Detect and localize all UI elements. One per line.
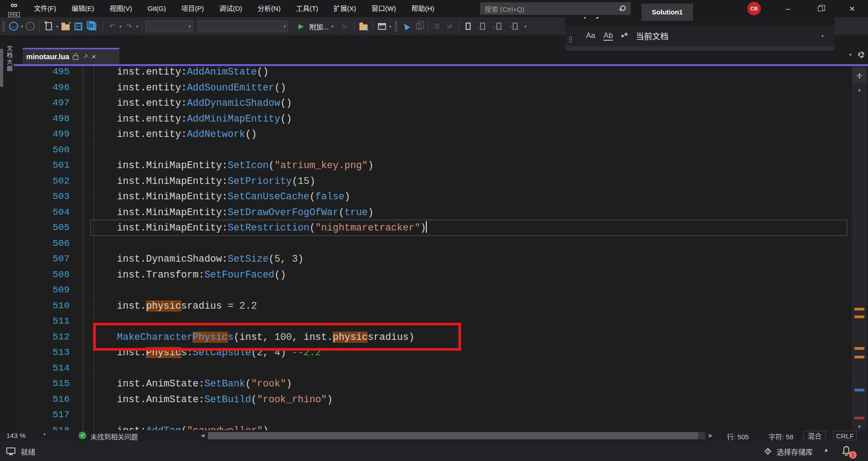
regex-toggle[interactable]: ▪* bbox=[621, 31, 628, 41]
code-line-498[interactable]: 498 inst.entity:AddMiniMapEntity() bbox=[14, 111, 852, 127]
split-editor-handle[interactable]: ▲ ▼ bbox=[853, 68, 866, 83]
attach-dropdown-icon[interactable]: ▾ bbox=[331, 24, 334, 29]
document-outline-vertical-tab[interactable]: 文档大纲 bbox=[3, 45, 14, 72]
solution-explorer-button[interactable]: ^ bbox=[376, 19, 388, 33]
code-line-496[interactable]: 496 inst.entity:AddSoundEmitter() bbox=[14, 80, 852, 96]
select-repository-button[interactable]: 选择存储库 bbox=[777, 446, 813, 457]
navigate-backward-button[interactable]: ← bbox=[8, 19, 19, 33]
code-line-501[interactable]: 501 inst.MiniMapEntity:SetIcon("atrium_k… bbox=[14, 158, 852, 174]
bookmarks-overflow-icon[interactable]: ▾ bbox=[524, 24, 527, 29]
zoom-level-value[interactable]: 143 % bbox=[6, 432, 26, 439]
tab-close-icon[interactable]: × bbox=[91, 53, 96, 61]
scope-dropdown-icon[interactable]: ▾ bbox=[821, 33, 824, 38]
open-documents-dropdown-icon[interactable]: ▾ bbox=[849, 52, 852, 58]
find-widget-resize-edge[interactable] bbox=[565, 46, 835, 51]
code-line-503[interactable]: 503 inst.MiniMapEntity:SetCanUseCache(fa… bbox=[14, 189, 852, 205]
code-line-497[interactable]: 497 inst.entity:AddDynamicShadow() bbox=[14, 95, 852, 111]
toggle-bookmark-button[interactable] bbox=[462, 19, 474, 33]
account-avatar[interactable]: CB bbox=[747, 2, 761, 15]
restore-button[interactable] bbox=[810, 0, 830, 17]
match-case-toggle[interactable]: Aa bbox=[586, 31, 595, 40]
scroll-left-icon[interactable]: ◀ bbox=[201, 433, 204, 438]
code-line-510[interactable]: 510 inst.physicsradius = 2.2 bbox=[14, 298, 852, 314]
whole-word-toggle[interactable]: Ab bbox=[604, 31, 613, 40]
menu-文件[interactable]: 文件(F) bbox=[26, 0, 64, 17]
code-line-509[interactable]: 509 bbox=[14, 282, 852, 298]
code-line-504[interactable]: 504 inst.MiniMapEntity:SetDrawOverFogOfW… bbox=[14, 205, 852, 221]
scroll-right-icon[interactable]: ▶ bbox=[709, 433, 712, 438]
next-bookmark-button[interactable]: ▷ bbox=[491, 19, 507, 33]
undo-dropdown-icon[interactable]: ▾ bbox=[119, 24, 122, 29]
menu-调试[interactable]: 调试(D) bbox=[212, 0, 250, 17]
undo-button[interactable]: ↶ bbox=[106, 19, 118, 33]
line-ending-cell[interactable]: CRLF bbox=[833, 431, 857, 440]
menu-分析[interactable]: 分析(N) bbox=[250, 0, 288, 17]
solution-button[interactable]: Solution1 bbox=[642, 4, 693, 21]
redo-button[interactable]: ↷ bbox=[123, 19, 135, 33]
redo-dropdown-icon[interactable]: ▾ bbox=[136, 24, 138, 29]
code-line-505[interactable]: 505 inst.MiniMapEntity:SetRestriction("n… bbox=[14, 220, 852, 236]
zoom-dropdown-icon[interactable]: ▾ bbox=[43, 432, 46, 437]
editor-vertical-scrollbar[interactable]: ▲ ▼ ▲ ▼ bbox=[852, 66, 867, 430]
menu-扩展[interactable]: 扩展(X) bbox=[326, 0, 364, 17]
navigate-forward-button[interactable]: → bbox=[24, 19, 36, 33]
clear-bookmarks-button[interactable]: × bbox=[508, 19, 523, 33]
new-file-button[interactable]: ✶ bbox=[43, 19, 55, 33]
code-line-507[interactable]: 507 inst.DynamicShadow:SetSize(5, 3) bbox=[14, 251, 852, 267]
start-without-debug-icon[interactable]: ▷ bbox=[339, 19, 351, 33]
toolbar-grip[interactable] bbox=[395, 21, 397, 32]
navigate-dropdown-icon[interactable]: ▾ bbox=[21, 24, 23, 29]
select-pointer-button[interactable] bbox=[400, 19, 412, 33]
quick-search-box[interactable]: 搜索 (Ctrl+Q) bbox=[480, 2, 631, 15]
menu-视图[interactable]: 视图(V) bbox=[102, 0, 140, 17]
problems-status-text[interactable]: 未找到相关问题 bbox=[90, 432, 138, 441]
menu-Git[interactable]: Git(G) bbox=[140, 0, 174, 17]
tab-minotaur-lua[interactable]: minotaur.lua ⊤ × bbox=[23, 48, 119, 64]
minimize-button[interactable]: – bbox=[778, 0, 798, 17]
code-editor[interactable]: 495 inst.entity:AddAnimState()496 inst.e… bbox=[14, 66, 852, 430]
code-line-518[interactable]: 518 inst:AddTag("cavedweller") bbox=[14, 423, 852, 431]
code-line-502[interactable]: 502 inst.MiniMapEntity:SetPriority(15) bbox=[14, 174, 852, 189]
indentation-mode-cell[interactable]: 混合 bbox=[803, 431, 826, 440]
find-in-files-button[interactable]: ● bbox=[358, 19, 369, 33]
code-line-508[interactable]: 508 inst.Transform:SetFourFaced() bbox=[14, 267, 852, 283]
code-line-499[interactable]: 499 inst.entity:AddNetwork() bbox=[14, 127, 852, 142]
open-file-button[interactable]: ➚ bbox=[60, 19, 71, 33]
platform-combobox[interactable]: ▾ bbox=[198, 20, 288, 32]
new-file-dropdown-icon[interactable]: ▾ bbox=[56, 24, 58, 29]
gear-icon[interactable] bbox=[858, 52, 864, 58]
repo-collapse-icon[interactable]: ▲ bbox=[824, 447, 829, 452]
save-button[interactable] bbox=[72, 19, 84, 33]
start-debug-icon[interactable]: ▶ bbox=[295, 19, 307, 33]
increase-indent-button[interactable]: ⇄ bbox=[444, 19, 456, 33]
scroll-up-icon[interactable]: ▲ bbox=[852, 87, 867, 92]
save-all-button[interactable] bbox=[85, 19, 99, 33]
left-splitter-handle[interactable] bbox=[0, 49, 3, 87]
pin-icon[interactable]: ⊤ bbox=[81, 52, 90, 61]
code-line-515[interactable]: 515 inst.AnimState:SetBank("rook") bbox=[14, 376, 852, 392]
toolbar-grip[interactable] bbox=[2, 21, 5, 32]
paste-button[interactable] bbox=[413, 19, 425, 33]
menu-项目[interactable]: 项目(P) bbox=[174, 0, 212, 17]
menu-窗口[interactable]: 窗口(W) bbox=[364, 0, 404, 17]
scroll-down-icon[interactable]: ▼ bbox=[852, 424, 867, 429]
code-line-516[interactable]: 516 inst.AnimState:SetBuild("rook_rhino"… bbox=[14, 392, 852, 408]
find-widget-grip[interactable] bbox=[569, 36, 572, 43]
decrease-indent-button[interactable]: ☰ bbox=[431, 19, 443, 33]
menu-编辑[interactable]: 编辑(E) bbox=[64, 0, 102, 17]
code-line-506[interactable]: 506 bbox=[14, 236, 852, 252]
menu-帮助[interactable]: 帮助(H) bbox=[404, 0, 442, 17]
code-line-517[interactable]: 517 bbox=[14, 407, 852, 423]
close-button[interactable]: × bbox=[842, 0, 863, 17]
menu-工具[interactable]: 工具(T) bbox=[288, 0, 326, 17]
code-line-500[interactable]: 500 bbox=[14, 142, 852, 158]
previous-bookmark-button[interactable]: ◁ bbox=[475, 19, 491, 33]
attach-button[interactable]: 附加... bbox=[309, 22, 329, 31]
window-dropdown-icon[interactable]: ▾ bbox=[389, 24, 392, 29]
code-line-495[interactable]: 495 inst.entity:AddAnimState() bbox=[14, 66, 852, 80]
horizontal-scrollbar-thumb[interactable] bbox=[208, 432, 698, 439]
code-line-514[interactable]: 514 bbox=[14, 361, 852, 376]
search-scope-value[interactable]: 当前文档 bbox=[636, 30, 668, 42]
horizontal-scrollbar-track[interactable] bbox=[208, 432, 705, 439]
configuration-combobox[interactable]: ▾ bbox=[145, 20, 193, 32]
